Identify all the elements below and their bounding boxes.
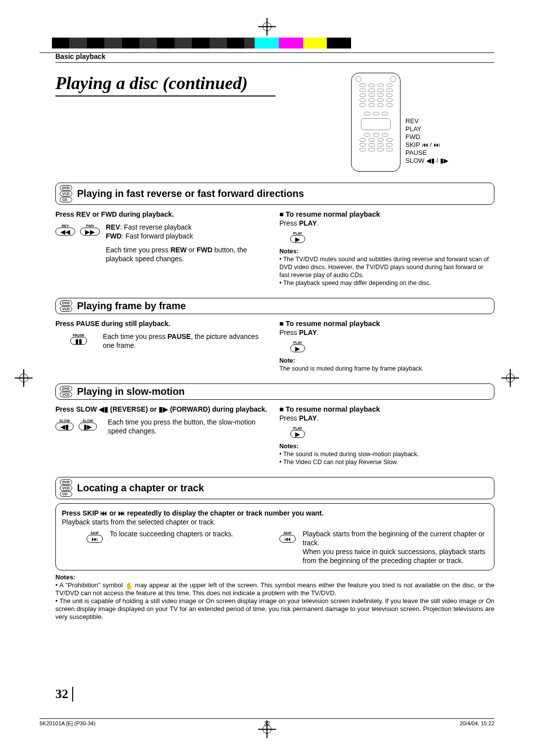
resume-header: To resume normal playback — [279, 210, 494, 219]
breadcrumb: Basic playback — [55, 52, 494, 60]
section-slow-motion: DVD VCD Playing in slow-motion — [55, 383, 494, 400]
fwd-button-icon: FWD▶▶ — [80, 228, 100, 236]
step-text: Press REV or FWD during playback. — [55, 210, 270, 219]
slow-rev-button-icon: SLOW◀▮ — [55, 423, 74, 430]
page-title: Playing a disc (continued) — [55, 73, 275, 96]
register-mark-icon — [501, 369, 519, 387]
remote-labels: REV PLAY FWD SKIP ⏮ / ⏭ PAUSE SLOW ◀▮ / … — [405, 117, 448, 165]
play-button-icon: PLAY▶ — [290, 235, 305, 243]
footer: 5K20101A [E] (P30-34) 32 20/4/04, 15:22 — [40, 718, 494, 726]
play-button-icon: PLAY▶ — [290, 344, 305, 352]
locating-box: Press SKIP ⏮ or ⏭ repeatedly to display … — [55, 503, 494, 570]
pause-button-icon: PAUSE▮▮ — [70, 337, 87, 345]
page-number: 32 — [55, 687, 68, 702]
bottom-notes: Notes: • A "Prohibition" symbol ✋ may ap… — [55, 573, 494, 621]
play-button-icon: PLAY▶ — [290, 430, 305, 438]
remote-illustration — [351, 73, 400, 172]
hand-icon: ✋ — [125, 582, 133, 590]
section-fast-rev-fwd: DVD VCD CD Playing in fast reverse or fa… — [55, 183, 494, 205]
rev-button-icon: REV◀◀ — [55, 228, 75, 236]
slow-fwd-button-icon: SLOW▮▶ — [79, 423, 97, 430]
skip-prev-button-icon: SKIP⏮ — [279, 535, 296, 543]
register-mark-icon — [258, 18, 276, 36]
register-mark-icon — [15, 369, 33, 387]
section-frame-by-frame: DVD VCD Playing frame by frame — [55, 298, 494, 314]
section-locating: DVD VCD CD Locating a chapter or track — [55, 477, 494, 499]
skip-next-button-icon: SKIP⏭ — [87, 535, 103, 543]
